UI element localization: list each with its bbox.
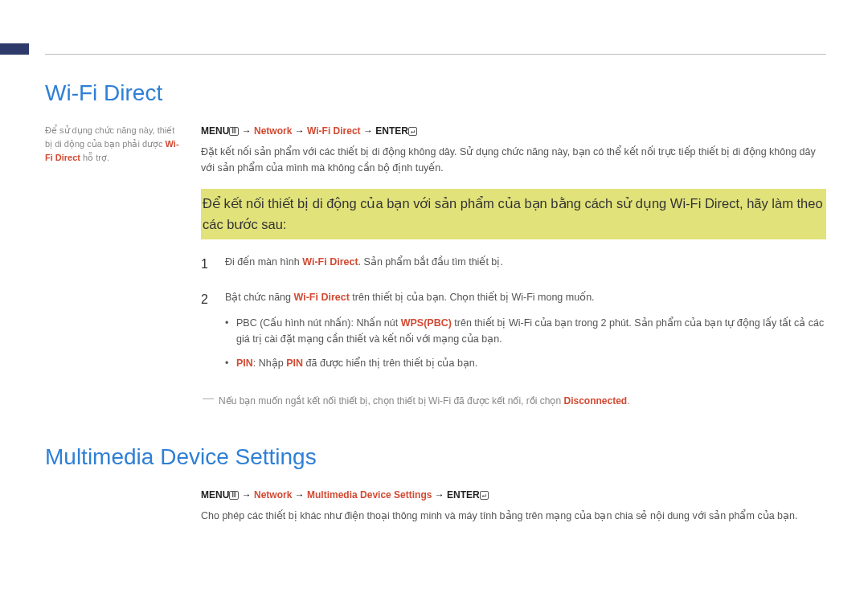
step1-pre: Đi đến màn hình [225, 256, 302, 268]
sub1-pre: PBC (Cấu hình nút nhấn): Nhấn nút [236, 317, 401, 329]
note-pre: Nếu bạn muốn ngắt kết nối thiết bị, chọn… [219, 395, 563, 407]
section2-title: Multimedia Device Settings [45, 444, 826, 470]
section2-sidenote-empty [45, 488, 182, 537]
enter-icon: ↵ [408, 127, 417, 136]
sidenote-post: hỗ trợ. [80, 153, 109, 162]
note-dash-icon [203, 398, 214, 399]
menu-icon: Ⅲ [229, 127, 239, 136]
step-1: 1 Đi đến màn hình Wi-Fi Direct. Sản phẩm… [201, 254, 826, 275]
step1-text: Đi đến màn hình Wi-Fi Direct. Sản phẩm b… [225, 254, 826, 275]
section1-title: Wi-Fi Direct [45, 80, 826, 106]
step2-text: Bật chức năng Wi-Fi Direct trên thiết bị… [225, 289, 826, 379]
top-rule [45, 54, 826, 55]
step1-red: Wi-Fi Direct [302, 256, 358, 268]
nav-n2: Wi-Fi Direct [307, 125, 361, 137]
sub2-red2: PIN [286, 358, 303, 369]
corner-decor [0, 43, 29, 55]
nav2-arrow2: → [292, 489, 307, 501]
section1-main: MENUⅢ → Network → Wi-Fi Direct → ENTER↵ … [201, 124, 826, 409]
step1-post: . Sản phẩm bắt đầu tìm thiết bị. [358, 256, 503, 268]
nav-arrow3: → [361, 125, 376, 137]
sub1-red: WPS(PBC) [401, 317, 452, 329]
menu-icon-2: Ⅲ [229, 491, 239, 500]
section1-row: Để sử dụng chức năng này, thiết bị di độ… [45, 124, 826, 409]
step2-red: Wi-Fi Direct [294, 292, 350, 303]
sub2-post: đã được hiển thị trên thiết bị của bạn. [303, 358, 477, 369]
sub2-mid: : Nhập [253, 358, 286, 369]
section2-main: MENUⅢ → Network → Multimedia Device Sett… [201, 488, 826, 537]
nav-arrow1: → [239, 125, 254, 137]
step2-sublist: PBC (Cấu hình nút nhấn): Nhấn nút WPS(PB… [225, 315, 826, 371]
sub-item-pbc: PBC (Cấu hình nút nhấn): Nhấn nút WPS(PB… [225, 315, 826, 347]
section2-row: MENUⅢ → Network → Multimedia Device Sett… [45, 488, 826, 537]
section2-nav-path: MENUⅢ → Network → Multimedia Device Sett… [201, 488, 826, 503]
sub-item-pin: PIN: Nhập PIN đã được hiển thị trên thiế… [225, 355, 826, 371]
section1-sidenote: Để sử dụng chức năng này, thiết bị di độ… [45, 124, 182, 409]
section1-body: Đặt kết nối sản phẩm với các thiết bị di… [201, 144, 826, 176]
section2-body: Cho phép các thiết bị khác như điện thoạ… [201, 508, 826, 524]
step2-pre: Bật chức năng [225, 292, 294, 303]
sidenote-pre: Để sử dụng chức năng này, thiết bị di độ… [45, 125, 174, 149]
nav2-arrow1: → [239, 489, 254, 501]
nav-arrow2: → [292, 125, 307, 137]
sub2-red1: PIN [236, 358, 253, 369]
enter-icon-2: ↵ [480, 491, 489, 500]
nav2-arrow3: → [432, 489, 447, 501]
section1-note: Nếu bạn muốn ngắt kết nối thiết bị, chọn… [203, 394, 826, 409]
nav2-n2: Multimedia Device Settings [307, 489, 432, 501]
nav2-menu: MENU [201, 489, 229, 501]
nav2-n1: Network [254, 489, 292, 501]
note-red: Disconnected [563, 395, 627, 407]
step2-number: 2 [201, 289, 212, 379]
step-2: 2 Bật chức năng Wi-Fi Direct trên thiết … [201, 289, 826, 379]
section1-nav-path: MENUⅢ → Network → Wi-Fi Direct → ENTER↵ [201, 124, 826, 139]
note-post: . [627, 395, 629, 407]
step1-number: 1 [201, 254, 212, 275]
step2-post: trên thiết bị của bạn. Chọn thiết bị Wi-… [350, 292, 595, 303]
nav-menu: MENU [201, 125, 229, 137]
nav-n1: Network [254, 125, 292, 137]
nav-enter: ENTER [375, 125, 408, 137]
nav2-enter: ENTER [447, 489, 480, 501]
section1-highlight: Để kết nối thiết bị di động của bạn với … [201, 189, 826, 239]
section2: Multimedia Device Settings MENUⅢ → Netwo… [45, 444, 826, 537]
page-content: Wi-Fi Direct Để sử dụng chức năng này, t… [45, 80, 826, 569]
